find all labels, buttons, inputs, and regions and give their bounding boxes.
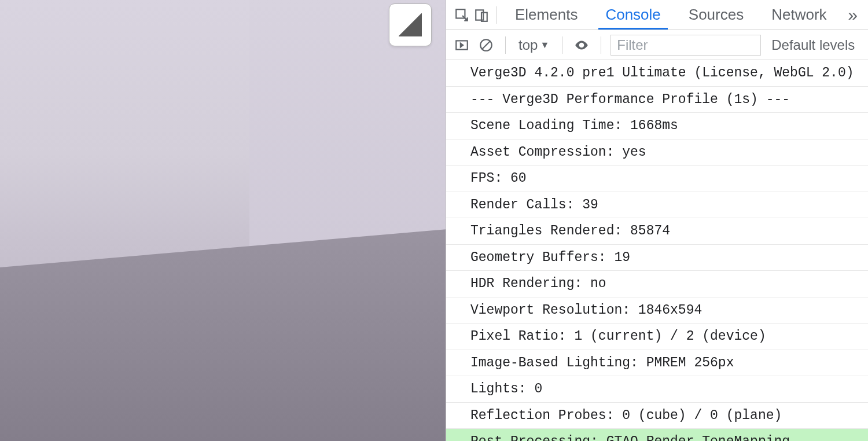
more-tabs-icon[interactable]: » bbox=[843, 5, 862, 25]
clear-console-icon[interactable] bbox=[476, 35, 496, 55]
console-log-line[interactable]: Triangles Rendered: 85874 bbox=[446, 218, 868, 245]
console-log-line[interactable]: FPS: 60 bbox=[446, 166, 868, 192]
console-log-line[interactable]: Pixel Ratio: 1 (current) / 2 (device) bbox=[446, 324, 868, 350]
scene-floor bbox=[0, 229, 446, 441]
toolbar-separator bbox=[505, 36, 506, 54]
console-log-line[interactable]: Image-Based Lighting: PMREM 256px bbox=[446, 350, 868, 377]
console-log-line[interactable]: Verge3D 4.2.0 pre1 Ultimate (License, We… bbox=[446, 60, 868, 87]
toolbar-separator bbox=[562, 36, 562, 54]
console-log-line[interactable]: --- Verge3D Performance Profile (1s) --- bbox=[446, 87, 868, 113]
log-levels-selector[interactable]: Default levels bbox=[771, 37, 855, 53]
toggle-sidebar-icon[interactable] bbox=[452, 35, 472, 55]
inspect-element-icon[interactable] bbox=[452, 5, 472, 25]
console-log-line[interactable]: Asset Compression: yes bbox=[446, 139, 868, 166]
console-log-line[interactable]: Render Calls: 39 bbox=[446, 192, 868, 219]
eye-icon[interactable] bbox=[572, 35, 591, 55]
console-filter-input[interactable] bbox=[610, 35, 761, 56]
console-toolbar: top ▼ Default levels bbox=[446, 30, 868, 60]
tab-elements[interactable]: Elements bbox=[501, 0, 591, 30]
toolbar-separator bbox=[496, 6, 496, 24]
tab-console[interactable]: Console bbox=[591, 0, 674, 30]
svg-line-5 bbox=[483, 41, 490, 49]
console-log-line[interactable]: Lights: 0 bbox=[446, 376, 868, 403]
console-log-line[interactable]: Post-Processing: GTAO,Render,ToneMapping bbox=[446, 429, 868, 441]
devtools-tab-row: ElementsConsoleSourcesNetwork » bbox=[446, 0, 868, 30]
console-log-line[interactable]: Reflection Probes: 0 (cube) / 0 (plane) bbox=[446, 403, 868, 429]
webgl-viewport[interactable] bbox=[0, 0, 446, 441]
console-output[interactable]: Verge3D 4.2.0 pre1 Ultimate (License, We… bbox=[446, 60, 868, 441]
devtools-panel: ElementsConsoleSourcesNetwork » top ▼ bbox=[446, 0, 868, 441]
viewport-resize-handle[interactable] bbox=[389, 3, 432, 46]
context-selector[interactable]: top ▼ bbox=[515, 37, 553, 53]
toolbar-separator bbox=[601, 36, 601, 54]
svg-rect-1 bbox=[476, 10, 483, 20]
tab-network[interactable]: Network bbox=[757, 0, 840, 30]
tab-sources[interactable]: Sources bbox=[675, 0, 757, 30]
tabs-container: ElementsConsoleSourcesNetwork bbox=[501, 0, 841, 30]
console-log-line[interactable]: Geometry Buffers: 19 bbox=[446, 245, 868, 271]
console-log-line[interactable]: Viewport Resolution: 1846x594 bbox=[446, 297, 868, 324]
console-log-line[interactable]: Scene Loading Time: 1668ms bbox=[446, 113, 868, 139]
console-log-line[interactable]: HDR Rendering: no bbox=[446, 271, 868, 297]
device-toolbar-icon[interactable] bbox=[472, 5, 491, 25]
context-label: top bbox=[518, 37, 538, 53]
chevron-down-icon: ▼ bbox=[540, 40, 549, 50]
